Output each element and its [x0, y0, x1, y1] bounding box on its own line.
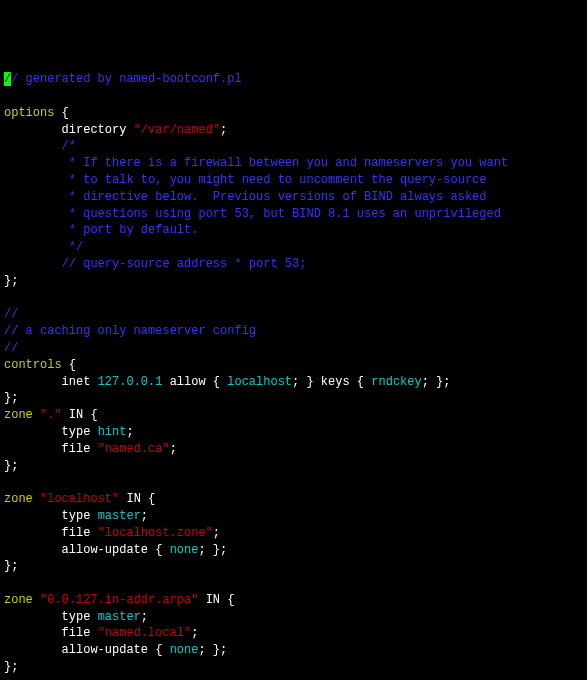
brace: { [54, 106, 68, 120]
txt: allow { [162, 375, 227, 389]
comment-line: * port by default. [4, 223, 198, 237]
comment-line: /* [4, 139, 76, 153]
semi: ; [213, 526, 220, 540]
ident-none: none [170, 643, 199, 657]
txt: ; } keys { [292, 375, 371, 389]
str-named-ca: "named.ca" [98, 442, 170, 456]
comment-line: // [4, 307, 18, 321]
close-brace: }; [4, 459, 18, 473]
comment-line: // a caching only nameserver config [4, 324, 256, 338]
txt: ; }; [422, 375, 451, 389]
semi: ; [126, 425, 133, 439]
semi: ; [141, 509, 148, 523]
kw-inet: inet [4, 375, 98, 389]
txt: IN { [119, 492, 155, 506]
close-brace: }; [4, 391, 18, 405]
kw-zone: zone [4, 593, 40, 607]
str-localhost-zone: "localhost.zone" [98, 526, 213, 540]
txt: ; }; [198, 543, 227, 557]
str-named-local: "named.local" [98, 626, 192, 640]
ident-none: none [170, 543, 199, 557]
comment-line: // [4, 341, 18, 355]
comment-line: // query-source address * port 53; [4, 257, 306, 271]
kw-allow-update: allow-update { [4, 643, 170, 657]
kw-controls: controls [4, 358, 62, 372]
kw-type: type [4, 610, 98, 624]
ident-hint: hint [98, 425, 127, 439]
str-zone-root: "." [40, 408, 62, 422]
semi: ; [170, 442, 177, 456]
ident-master: master [98, 610, 141, 624]
brace: { [62, 358, 76, 372]
kw-zone: zone [4, 492, 40, 506]
txt: IN { [198, 593, 234, 607]
comment-line: * directive below. Previous versions of … [4, 190, 486, 204]
txt: ; }; [198, 643, 227, 657]
comment-line: / generated by named-bootconf.pl [11, 72, 241, 86]
kw-directory: directory [4, 123, 134, 137]
ident-localhost: localhost [227, 375, 292, 389]
comment-line: * questions using port 53, but BIND 8.1 … [4, 207, 501, 221]
semi: ; [220, 123, 227, 137]
editor-viewport[interactable]: // generated by named-bootconf.pl option… [4, 71, 583, 680]
kw-options: options [4, 106, 54, 120]
kw-type: type [4, 425, 98, 439]
comment-line: * to talk to, you might need to uncommen… [4, 173, 486, 187]
kw-file: file [4, 442, 98, 456]
ip-addr: 127.0.0.1 [98, 375, 163, 389]
txt: IN { [62, 408, 98, 422]
close-brace: }; [4, 559, 18, 573]
str-zone-localhost: "localhost" [40, 492, 119, 506]
close-brace: }; [4, 274, 18, 288]
kw-type: type [4, 509, 98, 523]
comment-line: * If there is a firewall between you and… [4, 156, 508, 170]
str-var-named: "/var/named" [134, 123, 220, 137]
kw-file: file [4, 526, 98, 540]
kw-zone: zone [4, 408, 40, 422]
str-zone-reverse: "0.0.127.in-addr.arpa" [40, 593, 198, 607]
kw-file: file [4, 626, 98, 640]
comment-line: */ [4, 240, 83, 254]
ident-master: master [98, 509, 141, 523]
semi: ; [141, 610, 148, 624]
semi: ; [191, 626, 198, 640]
ident-rndckey: rndckey [371, 375, 421, 389]
close-brace: }; [4, 660, 18, 674]
kw-allow-update: allow-update { [4, 543, 170, 557]
